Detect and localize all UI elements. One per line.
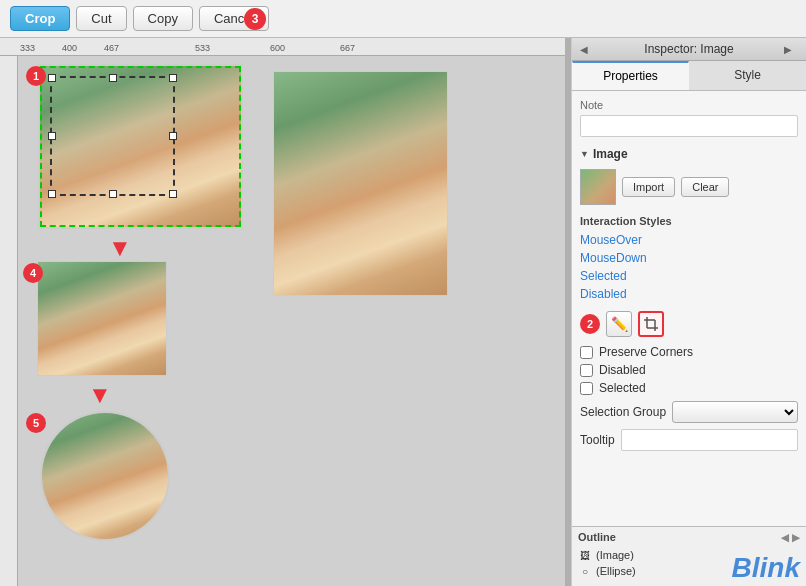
tooltip-row: Tooltip — [580, 429, 798, 451]
step4-badge: 4 — [23, 263, 43, 283]
selection-group-dropdown[interactable] — [672, 401, 798, 423]
crop-handle-ml[interactable] — [48, 132, 56, 140]
toolbar: 3 Crop Cut Copy Cancel — [0, 0, 806, 38]
design-area[interactable]: 1 — [18, 56, 565, 586]
interaction-styles-section: Interaction Styles MouseOver MouseDown S… — [580, 215, 798, 303]
note-label: Note — [580, 99, 798, 111]
clear-button[interactable]: Clear — [681, 177, 729, 197]
crop-handle-tl[interactable] — [48, 74, 56, 82]
step5-badge: 5 — [26, 413, 46, 433]
preserve-corners-label: Preserve Corners — [599, 345, 693, 359]
crop-icon — [644, 317, 658, 331]
preserve-corners-row: Preserve Corners — [580, 345, 798, 359]
step5-container: 5 — [26, 411, 170, 541]
crop-handle-bm[interactable] — [109, 190, 117, 198]
step5-photo — [42, 413, 168, 539]
ruler-tick: 600 — [270, 43, 285, 53]
inspector-tabs: Properties Style — [572, 61, 806, 91]
inspector-close-right[interactable]: ▶ — [784, 44, 798, 55]
inspector-body: Note ▼ Image Import Clear Interaction St… — [572, 91, 806, 526]
crop-handle-mr[interactable] — [169, 132, 177, 140]
inspector-header: ◀ Inspector: Image ▶ — [572, 38, 806, 61]
ruler-tick: 667 — [340, 43, 355, 53]
mouseover-link[interactable]: MouseOver — [580, 231, 798, 249]
ruler-tick: 533 — [195, 43, 210, 53]
center-preview[interactable] — [273, 71, 448, 296]
cut-button[interactable]: Cut — [76, 6, 126, 31]
canvas-area[interactable]: 333 400 467 533 600 667 1 — [0, 38, 565, 586]
outline-ellipse-label: (Ellipse) — [596, 565, 636, 577]
paint-icon-btn[interactable]: ✏️ — [606, 311, 632, 337]
step5-image[interactable] — [40, 411, 170, 541]
preserve-corners-checkbox[interactable] — [580, 346, 593, 359]
outline-title: Outline — [578, 531, 616, 543]
outline-panel: Outline ◀ ▶ 🖼 (Image) ○ (Ellipse) Blink — [572, 526, 806, 586]
import-button[interactable]: Import — [622, 177, 675, 197]
disabled-row: Disabled — [580, 363, 798, 377]
selection-group-row: Selection Group — [580, 401, 798, 423]
center-photo — [274, 72, 447, 295]
tooltip-input[interactable] — [621, 429, 798, 451]
image-triangle-icon: ▼ — [580, 149, 589, 159]
step4-image[interactable] — [37, 261, 167, 376]
tooltip-label: Tooltip — [580, 433, 615, 447]
crop-button[interactable]: Crop — [10, 6, 70, 31]
ruler-tick: 333 — [20, 43, 35, 53]
step1-image[interactable] — [38, 64, 243, 229]
tab-style[interactable]: Style — [689, 61, 806, 90]
blink-watermark: Blink — [732, 552, 800, 584]
image-thumbnail — [580, 169, 616, 205]
step2-badge: 2 — [580, 314, 600, 334]
crop-icon-btn[interactable] — [638, 311, 664, 337]
image-section-label: Image — [593, 147, 628, 161]
crop-selection[interactable] — [50, 76, 175, 196]
outline-header: Outline ◀ ▶ — [578, 531, 800, 543]
outline-image-label: (Image) — [596, 549, 634, 561]
image-outline-icon: 🖼 — [578, 548, 592, 562]
inspector-panel: ◀ Inspector: Image ▶ Properties Style No… — [571, 38, 806, 586]
selection-group-label: Selection Group — [580, 405, 666, 419]
ruler-tick: 400 — [62, 43, 77, 53]
arrow2: ▼ — [88, 381, 112, 409]
disabled-link[interactable]: Disabled — [580, 285, 798, 303]
tab-properties[interactable]: Properties — [572, 61, 689, 90]
selected-link[interactable]: Selected — [580, 267, 798, 285]
step4-container: 4 — [23, 261, 167, 376]
disabled-label: Disabled — [599, 363, 646, 377]
image-row: Import Clear — [580, 169, 798, 205]
canvas-content: 1 — [0, 56, 565, 586]
ellipse-outline-icon: ○ — [578, 564, 592, 578]
inspector-title: Inspector: Image — [594, 42, 784, 56]
crop-handle-tm[interactable] — [109, 74, 117, 82]
note-input[interactable] — [580, 115, 798, 137]
inspector-close-left[interactable]: ◀ — [580, 44, 594, 55]
ruler-vertical — [0, 56, 18, 586]
step4-photo — [38, 262, 166, 375]
arrow1: ▼ — [108, 234, 132, 262]
icon-row: 2 ✏️ — [580, 311, 798, 337]
step1-badge: 1 — [26, 66, 46, 86]
outline-arrows: ◀ ▶ — [781, 532, 800, 543]
disabled-checkbox[interactable] — [580, 364, 593, 377]
ruler-horizontal: 333 400 467 533 600 667 — [0, 38, 565, 56]
step3-badge: 3 — [244, 8, 266, 30]
main-content: 333 400 467 533 600 667 1 — [0, 38, 806, 586]
selected-row: Selected — [580, 381, 798, 395]
copy-button[interactable]: Copy — [133, 6, 193, 31]
crop-handle-tr[interactable] — [169, 74, 177, 82]
crop-handle-bl[interactable] — [48, 190, 56, 198]
selected-checkbox[interactable] — [580, 382, 593, 395]
step1-container: 1 — [26, 64, 243, 229]
mousedown-link[interactable]: MouseDown — [580, 249, 798, 267]
image-section-header[interactable]: ▼ Image — [580, 147, 798, 161]
selected-label: Selected — [599, 381, 646, 395]
crop-handle-br[interactable] — [169, 190, 177, 198]
interaction-styles-title: Interaction Styles — [580, 215, 798, 227]
ruler-tick: 467 — [104, 43, 119, 53]
